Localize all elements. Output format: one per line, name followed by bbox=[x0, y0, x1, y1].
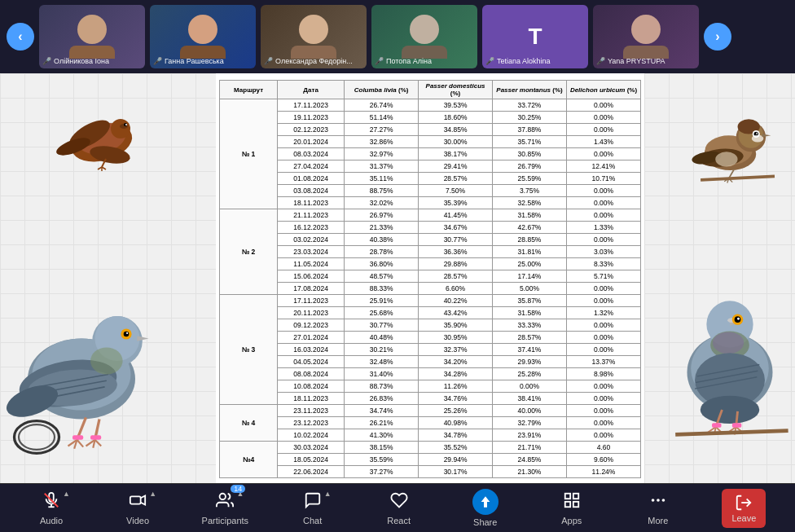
table-cell: 30.21% bbox=[345, 344, 419, 356]
table-cell: 1.32% bbox=[567, 307, 641, 319]
table-cell: 35.59% bbox=[345, 454, 419, 466]
audio-button[interactable]: ▲ Audio bbox=[29, 491, 74, 525]
video-button[interactable]: ▲ Video bbox=[116, 491, 160, 525]
table-cell: 40.48% bbox=[345, 332, 419, 344]
table-cell: 10.02.2024 bbox=[278, 429, 345, 442]
participant-thumb-4[interactable]: 🎤 Потопа Аліна bbox=[371, 5, 477, 68]
participant-thumb-1[interactable]: 🎤 Олійникова Іона bbox=[39, 5, 145, 68]
table-cell: 31.40% bbox=[345, 368, 419, 380]
table-cell: 32.97% bbox=[345, 148, 419, 160]
table-cell: 30.25% bbox=[493, 112, 567, 124]
table-cell: 8.98% bbox=[567, 368, 641, 380]
more-button[interactable]: More bbox=[635, 491, 680, 525]
table-cell: 88.75% bbox=[345, 185, 419, 197]
table-cell: 33.72% bbox=[493, 99, 567, 112]
svg-rect-81 bbox=[712, 423, 721, 428]
participant-thumb-2[interactable]: 🎤 Ганна Рашевська bbox=[150, 5, 256, 68]
participants-bar: ‹ 🎤 Олійникова Іона 🎤 Ганна Рашевська 🎤 bbox=[0, 0, 795, 73]
chat-button[interactable]: ▲ Chat bbox=[290, 491, 335, 525]
table-cell: 18.11.2023 bbox=[278, 393, 345, 405]
table-cell: 3.75% bbox=[493, 185, 567, 197]
table-cell: 30.77% bbox=[419, 234, 493, 246]
audio-caret[interactable]: ▲ bbox=[63, 490, 70, 498]
video-label: Video bbox=[126, 516, 149, 525]
participant-name-2: Ганна Рашевська bbox=[165, 57, 224, 65]
main-content: Маршрут Дата Columba livia (%) Passer do… bbox=[0, 73, 795, 483]
svg-point-96 bbox=[661, 499, 665, 502]
table-cell: 21.11.2023 bbox=[278, 209, 345, 222]
table-cell: 0.00% bbox=[567, 319, 641, 332]
table-cell: 03.02.2024 bbox=[278, 234, 345, 246]
svg-point-57 bbox=[715, 152, 737, 166]
table-cell: 26.97% bbox=[345, 209, 419, 222]
table-cell: 10.08.2024 bbox=[278, 380, 345, 393]
table-cell: 30.85% bbox=[493, 148, 567, 160]
table-cell: 10.71% bbox=[567, 173, 641, 185]
table-cell: 19.11.2023 bbox=[278, 112, 345, 124]
chat-caret[interactable]: ▲ bbox=[324, 490, 332, 498]
svg-point-47 bbox=[756, 133, 758, 134]
right-panel bbox=[644, 73, 795, 483]
table-cell: 25.59% bbox=[493, 173, 567, 185]
table-cell: 40.98% bbox=[419, 417, 493, 429]
participant-thumb-6[interactable]: 🎤 Yana PRYSTUPA bbox=[593, 5, 699, 68]
table-cell: 21.30% bbox=[493, 466, 567, 478]
col-header-date: Дата bbox=[278, 81, 345, 99]
nav-next-button[interactable]: › bbox=[704, 23, 731, 51]
table-cell: 35.11% bbox=[345, 173, 419, 185]
react-button[interactable]: React bbox=[376, 491, 421, 525]
table-cell: 36.80% bbox=[345, 258, 419, 270]
table-cell: 28.78% bbox=[345, 246, 419, 258]
svg-line-83 bbox=[675, 431, 788, 435]
table-cell: 23.12.2023 bbox=[278, 417, 345, 429]
table-cell: 0.00% bbox=[567, 209, 641, 222]
svg-point-37 bbox=[90, 348, 123, 375]
table-cell: 41.45% bbox=[419, 209, 493, 222]
participant-name-3: Олександра Федорін... bbox=[275, 57, 353, 65]
svg-point-5 bbox=[125, 124, 127, 125]
table-cell: 32.37% bbox=[419, 344, 493, 356]
table-cell: 36.36% bbox=[419, 246, 493, 258]
svg-rect-90 bbox=[565, 493, 570, 498]
table-cell: 4.60 bbox=[567, 442, 641, 454]
chat-label: Chat bbox=[303, 516, 322, 525]
table-cell: 26.74% bbox=[345, 99, 419, 112]
meeting-toolbar: ▲ Audio ▲ Video ▲ 14 Participants bbox=[0, 483, 795, 532]
table-cell: 29.88% bbox=[419, 258, 493, 270]
svg-point-67 bbox=[713, 332, 744, 354]
participant-name-1: Олійникова Іона bbox=[54, 57, 109, 65]
table-cell: 0.00% bbox=[567, 344, 641, 356]
participant-thumb-3[interactable]: 🎤 Олександра Федорін... bbox=[261, 5, 367, 68]
table-cell: 1.33% bbox=[567, 222, 641, 234]
table-cell: 25.26% bbox=[419, 405, 493, 417]
table-cell: 34.78% bbox=[419, 429, 493, 442]
table-cell: 25.28% bbox=[493, 368, 567, 380]
apps-button[interactable]: Apps bbox=[549, 491, 594, 525]
table-cell: 23.91% bbox=[493, 429, 567, 442]
nav-prev-button[interactable]: ‹ bbox=[7, 23, 34, 51]
table-cell: 08.08.2024 bbox=[278, 368, 345, 380]
table-cell: 34.20% bbox=[419, 356, 493, 368]
share-button[interactable]: Share bbox=[463, 489, 507, 527]
svg-rect-36 bbox=[90, 435, 101, 440]
table-cell: 32.48% bbox=[345, 356, 419, 368]
video-caret[interactable]: ▲ bbox=[149, 490, 156, 498]
table-cell: 08.03.2024 bbox=[278, 148, 345, 160]
participant-thumb-5[interactable]: T 🎤 Tetiana Alokhina bbox=[482, 5, 588, 68]
participant-name-6: Yana PRYSTUPA bbox=[608, 57, 665, 65]
table-cell: 7.50% bbox=[419, 185, 493, 197]
table-cell: 11.26% bbox=[419, 380, 493, 393]
audio-label: Audio bbox=[40, 516, 63, 525]
route-cell: № 2 bbox=[220, 209, 278, 295]
table-cell: 39.53% bbox=[419, 99, 493, 112]
table-cell: 0.00% bbox=[567, 295, 641, 307]
table-cell: 27.01.2024 bbox=[278, 332, 345, 344]
svg-point-20 bbox=[126, 332, 128, 334]
table-cell: 03.08.2024 bbox=[278, 185, 345, 197]
participants-button[interactable]: ▲ 14 Participants bbox=[202, 491, 248, 525]
table-cell: 30.77% bbox=[345, 319, 419, 332]
table-cell: 35.52% bbox=[419, 442, 493, 454]
leave-button[interactable]: Leave bbox=[722, 489, 766, 528]
table-cell: 9.60% bbox=[567, 454, 641, 466]
svg-point-2 bbox=[111, 119, 130, 138]
